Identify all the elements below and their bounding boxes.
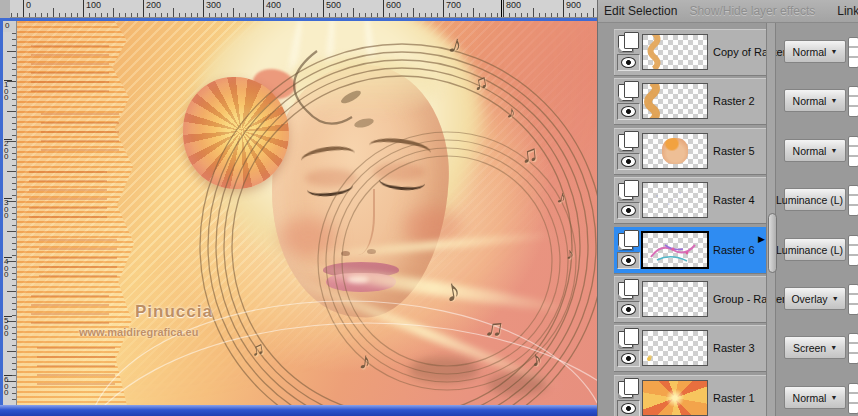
opacity-slider[interactable]	[848, 333, 858, 364]
visibility-eye-icon[interactable]	[617, 252, 640, 269]
eye-glyph	[621, 106, 636, 117]
blend-mode-value: Normal	[793, 392, 827, 404]
layer-row[interactable]: Raster 4	[614, 177, 766, 223]
opacity-slider[interactable]	[848, 86, 858, 117]
layer-thumbnail[interactable]	[642, 83, 708, 119]
scrollbar-thumb[interactable]	[768, 213, 777, 273]
music-note-icon: ♫	[520, 140, 540, 169]
visibility-eye-icon[interactable]	[617, 400, 640, 416]
visibility-eye-icon[interactable]	[617, 153, 640, 170]
ruler-label: 300	[4, 198, 12, 220]
blend-mode-dropdown[interactable]: Normal ▼	[784, 89, 846, 112]
layer-name[interactable]: Raster 3	[713, 325, 755, 371]
ruler-label: 400	[263, 0, 281, 17]
raster-layer-icon[interactable]	[617, 378, 639, 397]
ruler-label: 100	[83, 0, 101, 17]
layers-panel: Edit Selection Show/Hide layer effects L…	[597, 0, 858, 416]
ruler-label: 800	[503, 0, 521, 17]
ruler-label: 500	[4, 316, 12, 338]
eye-glyph	[621, 353, 636, 364]
layer-row[interactable]: Group - Raster 4	[614, 276, 766, 322]
ruler-label: 200	[4, 139, 12, 161]
layer-name[interactable]: Raster 4	[713, 177, 755, 223]
layer-name[interactable]: Raster 6	[713, 227, 755, 273]
ruler-label: 200	[143, 0, 161, 17]
layer-row[interactable]: Raster 3	[614, 325, 766, 371]
layer-thumbnail[interactable]	[642, 182, 708, 218]
horizontal-ruler[interactable]: 0 100 200 300 400 500 600 700 800 900	[10, 0, 598, 18]
layer-icons	[616, 229, 640, 271]
edit-selection-button[interactable]: Edit Selection	[598, 4, 683, 18]
chevron-down-icon: ▼	[832, 295, 839, 302]
blend-mode-dropdown[interactable]: Normal ▼	[784, 40, 846, 63]
eye-glyph	[621, 304, 636, 315]
raster-layer-icon[interactable]	[617, 81, 639, 100]
layer-thumbnail[interactable]	[642, 232, 708, 268]
opacity-slider[interactable]	[848, 284, 858, 315]
opacity-slider[interactable]	[848, 185, 858, 216]
blend-mode-dropdown[interactable]: Overlay ▼	[784, 287, 846, 310]
layer-thumbnail[interactable]	[642, 133, 708, 169]
opacity-slider[interactable]	[848, 235, 858, 266]
opacity-slider[interactable]	[848, 37, 858, 68]
layer-row[interactable]: Raster 5	[614, 128, 766, 174]
layer-name[interactable]: Group - Raster 4	[713, 276, 795, 322]
visibility-eye-icon[interactable]	[617, 202, 640, 219]
raster-layer-icon[interactable]	[617, 230, 639, 249]
selected-layer-expand-arrow[interactable]: ▶	[758, 234, 765, 244]
ruler-origin: 0	[3, 21, 16, 32]
layer-thumbnail[interactable]	[642, 34, 708, 70]
layer-name[interactable]: Raster 1	[713, 375, 755, 416]
chevron-down-icon: ▼	[830, 48, 837, 55]
layer-name[interactable]: Raster 5	[713, 128, 755, 174]
ruler-label: 0	[23, 0, 31, 17]
blend-mode-dropdown[interactable]: Screen ▼	[784, 336, 846, 359]
canvas[interactable]: ♪ ♫ ♪ ♫ ♪ ♪ ♪ ♫ ♪ ♪ ♫ Pinuccia www.maidi…	[17, 21, 598, 405]
visibility-eye-icon[interactable]	[617, 301, 640, 318]
blend-mode-value: Overlay	[791, 293, 827, 305]
raster-layer-icon[interactable]	[617, 180, 639, 199]
layer-row[interactable]: Raster 1	[614, 375, 766, 416]
layer-row[interactable]: Raster 2	[614, 78, 766, 124]
app-window: 0 100 200 300 400 500 600 700 800 900 10…	[0, 0, 858, 416]
link-unlink-button[interactable]: Link/Un	[831, 4, 858, 18]
visibility-eye-icon[interactable]	[617, 350, 640, 367]
layer-icons	[616, 80, 640, 122]
eye-glyph	[621, 205, 636, 216]
layer-row[interactable]: Copy of Raster 2	[614, 29, 766, 75]
ruler-label: 700	[443, 0, 461, 17]
blend-mode-value: Normal	[793, 95, 827, 107]
blend-mode-dropdown[interactable]: Luminance (L) ▼	[784, 188, 846, 211]
layer-row-selected[interactable]: Raster 6	[614, 227, 766, 273]
raster-layer-icon[interactable]	[617, 32, 639, 51]
layer-thumbnail[interactable]	[642, 330, 708, 366]
vertical-ruler[interactable]: 100 200 300 400 500 600	[3, 21, 17, 405]
layer-thumbnail[interactable]	[642, 380, 708, 416]
music-note-icon: ♫	[249, 338, 266, 361]
chevron-down-icon: ▼	[830, 344, 837, 351]
ruler-label: 600	[383, 0, 401, 17]
blend-mode-value: Screen	[793, 342, 826, 354]
blend-mode-dropdown[interactable]: Luminance (L) ▼	[784, 238, 846, 261]
layer-icons	[616, 31, 640, 73]
eye-glyph	[621, 255, 636, 266]
opacity-slider[interactable]	[848, 383, 858, 414]
blend-mode-dropdown[interactable]: Normal ▼	[784, 386, 846, 409]
eye-glyph	[621, 57, 636, 68]
visibility-eye-icon[interactable]	[617, 54, 640, 71]
ruler-label: 600	[4, 375, 12, 397]
chevron-down-icon: ▼	[830, 97, 837, 104]
layer-name[interactable]: Raster 2	[713, 78, 755, 124]
ruler-label: 500	[323, 0, 341, 17]
raster-layer-icon[interactable]	[617, 131, 639, 150]
opacity-slider[interactable]	[848, 136, 858, 167]
panel-scrollbar[interactable]	[766, 23, 776, 416]
chevron-down-icon: ▼	[830, 147, 837, 154]
show-hide-layer-effects-button[interactable]: Show/Hide layer effects	[683, 4, 821, 18]
blend-mode-dropdown[interactable]: Normal ▼	[784, 139, 846, 162]
visibility-eye-icon[interactable]	[617, 103, 640, 120]
raster-layer-icon[interactable]	[617, 279, 639, 298]
raster-layer-icon[interactable]	[617, 328, 639, 347]
ruler-position-marker	[501, 0, 502, 17]
layer-thumbnail[interactable]	[642, 281, 708, 317]
